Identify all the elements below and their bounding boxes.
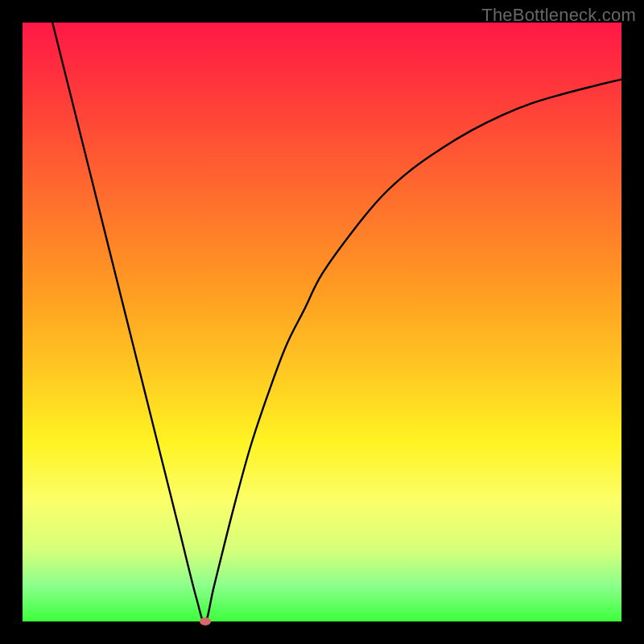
plot-area [23, 23, 621, 621]
bottleneck-curve [52, 23, 621, 621]
curve-layer [23, 23, 621, 621]
chart-frame: TheBottleneck.com [0, 0, 644, 644]
min-marker [200, 617, 211, 625]
